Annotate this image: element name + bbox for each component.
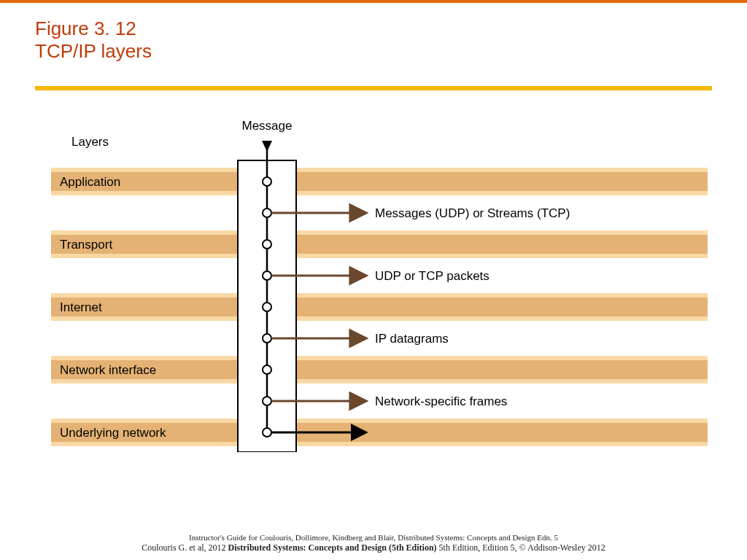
layers-header-label: Layers xyxy=(71,135,109,149)
svg-rect-8 xyxy=(51,316,708,321)
svg-rect-2 xyxy=(51,191,708,195)
svg-point-23 xyxy=(263,428,271,437)
svg-rect-7 xyxy=(51,298,708,316)
layer-label: Transport xyxy=(60,238,112,252)
message-label: Message xyxy=(242,119,293,133)
footer-line1: Instructor's Guide for Coulouris, Dollim… xyxy=(0,532,747,542)
svg-rect-6 xyxy=(51,293,708,298)
layer-row-transport: Transport xyxy=(51,230,708,258)
layer-row-internet: Internet xyxy=(51,293,708,321)
svg-point-15 xyxy=(263,177,271,186)
svg-rect-4 xyxy=(51,235,708,254)
between-label: Messages (UDP) or Streams (TCP) xyxy=(375,206,570,220)
tcpip-layers-diagram: Application Transport Internet Network i… xyxy=(51,117,708,452)
svg-rect-0 xyxy=(51,168,708,172)
figure-number: Figure 3. 12 xyxy=(35,18,152,40)
svg-point-19 xyxy=(263,303,271,311)
flow-nodes xyxy=(263,177,271,437)
between-label: Network-specific frames xyxy=(375,394,507,408)
layer-label: Application xyxy=(60,175,120,189)
footer-line2: Coulouris G. et al, 2012 Distributed Sys… xyxy=(0,542,747,554)
layer-row-underlying-network: Underlying network xyxy=(51,419,708,446)
yellow-rule xyxy=(35,86,712,90)
layer-label: Network interface xyxy=(60,363,156,377)
layer-row-application: Application xyxy=(51,168,708,195)
top-rule xyxy=(0,0,747,3)
between-label: IP datagrams xyxy=(375,332,449,346)
layer-row-network-interface: Network interface xyxy=(51,356,708,384)
svg-point-22 xyxy=(263,397,271,405)
svg-rect-12 xyxy=(51,419,708,423)
svg-point-21 xyxy=(263,365,271,374)
between-label: UDP or TCP packets xyxy=(375,269,489,283)
svg-rect-9 xyxy=(51,356,708,360)
svg-rect-14 xyxy=(51,442,708,446)
layer-label: Underlying network xyxy=(60,426,166,440)
svg-point-17 xyxy=(263,240,271,249)
figure-caption: TCP/IP layers xyxy=(35,40,152,63)
svg-rect-11 xyxy=(51,379,708,384)
figure-title: Figure 3. 12 TCP/IP layers xyxy=(35,18,152,63)
svg-point-20 xyxy=(263,334,271,343)
slide-footer: Instructor's Guide for Coulouris, Dollim… xyxy=(0,532,747,554)
svg-point-16 xyxy=(263,209,271,217)
svg-rect-5 xyxy=(51,254,708,258)
svg-rect-3 xyxy=(51,230,708,235)
layer-label: Internet xyxy=(60,300,102,314)
message-entry-arrowhead xyxy=(262,141,272,152)
svg-rect-1 xyxy=(51,172,708,191)
svg-point-18 xyxy=(263,271,271,280)
